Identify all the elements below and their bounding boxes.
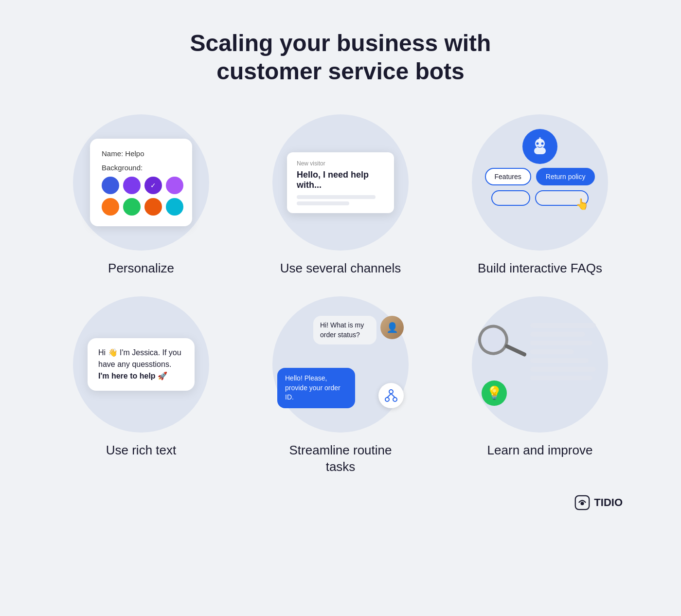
learn-illustration: 💡 (472, 296, 608, 433)
svg-point-5 (539, 137, 541, 139)
doc-line-2 (530, 332, 585, 337)
learn-inner: 💡 (477, 313, 603, 416)
return-policy-button[interactable]: Return policy (536, 168, 595, 185)
card-label-channels: Use several channels (280, 260, 401, 277)
user-message: Hi! What is my order status? (313, 316, 376, 344)
magnifier-icon (468, 311, 534, 382)
workflow-svg (384, 388, 398, 403)
jessica-text-bold: I'm here to help 🚀 (98, 372, 167, 380)
svg-point-11 (476, 323, 511, 358)
chat-message: Hello, I need help with... (297, 170, 384, 190)
faq-inner: Features Return policy 👆 (477, 129, 603, 236)
jessica-text-normal: Hi 👋 I'm Jessica. If you have any quesst… (98, 348, 181, 368)
card-streamline: Hi! What is my order status? 👤 Hello! Pl… (248, 296, 433, 475)
color-grid: ✓ (102, 177, 180, 216)
name-row: Name: Helpo (102, 149, 180, 158)
channels-illustration: New visitor Hello, I need help with... (272, 114, 409, 251)
faqs-illustration: Features Return policy 👆 (472, 114, 608, 251)
color-dot-blue (102, 177, 119, 194)
svg-point-14 (581, 502, 584, 505)
features-button[interactable]: Features (485, 168, 531, 185)
color-dot-orange (102, 198, 119, 216)
chat-lines (297, 195, 384, 205)
color-dot-cyan (166, 198, 183, 216)
svg-point-7 (385, 398, 389, 401)
feature-grid: Name: Helpo Background: ✓ Personalize Ne… (49, 114, 632, 475)
card-richtext: Hi 👋 I'm Jessica. If you have any quesst… (49, 296, 233, 475)
svg-rect-1 (534, 147, 546, 154)
streamline-illustration: Hi! What is my order status? 👤 Hello! Pl… (272, 296, 409, 433)
streamline-inner: Hi! What is my order status? 👤 Hello! Pl… (277, 316, 404, 413)
personalize-panel: Name: Helpo Background: ✓ (90, 139, 192, 226)
faq-line-1 (491, 190, 530, 206)
workflow-icon (378, 383, 404, 408)
richtext-illustration: Hi 👋 I'm Jessica. If you have any quesst… (73, 296, 209, 433)
bot-reply-bubble: Hello! Please, provide your order ID. (277, 368, 355, 408)
svg-line-10 (391, 394, 395, 398)
card-channels: New visitor Hello, I need help with... U… (248, 114, 433, 277)
card-label-personalize: Personalize (108, 260, 174, 277)
doc-line-3 (530, 341, 592, 345)
color-dot-light-purple (166, 177, 183, 194)
user-bubble: Hi! What is my order status? 👤 (313, 316, 404, 344)
color-dot-violet-checked: ✓ (144, 177, 162, 194)
color-dot-purple (123, 177, 141, 194)
card-faqs: Features Return policy 👆 Build interacti… (448, 114, 632, 277)
svg-point-8 (393, 398, 397, 401)
lightbulb-badge: 💡 (482, 380, 507, 406)
card-label-streamline: Streamline routinetasks (289, 442, 392, 475)
svg-point-6 (389, 390, 393, 394)
jessica-bubble: Hi 👋 I'm Jessica. If you have any quesst… (88, 338, 195, 391)
tidio-logo-icon (574, 495, 590, 510)
chat-popup: New visitor Hello, I need help with... (287, 152, 394, 213)
user-avatar: 👤 (380, 316, 404, 339)
bot-icon (530, 137, 550, 156)
svg-line-12 (507, 342, 524, 359)
color-dot-dark-orange (144, 198, 162, 216)
cursor-icon: 👆 (575, 198, 589, 211)
tidio-logo-text: TIDIO (594, 496, 623, 509)
svg-line-9 (387, 394, 391, 398)
card-learn: 💡 Learn and improve (448, 296, 632, 475)
card-label-richtext: Use rich text (106, 442, 177, 459)
bot-avatar (522, 129, 557, 164)
doc-line-7 (530, 376, 592, 380)
card-label-learn: Learn and improve (487, 442, 593, 459)
card-label-faqs: Build interactive FAQs (478, 260, 602, 277)
svg-point-3 (541, 143, 544, 145)
card-personalize: Name: Helpo Background: ✓ Personalize (49, 114, 233, 277)
faq-buttons: Features Return policy 👆 (477, 168, 603, 206)
doc-line-1 (530, 323, 596, 328)
visitor-label: New visitor (297, 160, 384, 167)
doc-line-5 (530, 358, 589, 363)
personalize-illustration: Name: Helpo Background: ✓ (73, 114, 209, 251)
svg-point-2 (537, 143, 539, 145)
color-dot-green (123, 198, 141, 216)
faq-button-row-1: Features Return policy 👆 (477, 168, 603, 185)
doc-line-6 (530, 367, 596, 372)
magnifier-svg (468, 311, 531, 374)
doc-line-4 (530, 349, 574, 354)
bg-label: Background: (102, 163, 180, 172)
footer: TIDIO (49, 495, 632, 510)
chat-line-1 (297, 195, 376, 199)
page-title: Scaling your business with customer serv… (190, 29, 491, 85)
chat-line-2 (297, 201, 349, 205)
avatar-image: 👤 (380, 316, 404, 339)
tidio-logo: TIDIO (574, 495, 623, 510)
doc-lines (530, 323, 603, 380)
